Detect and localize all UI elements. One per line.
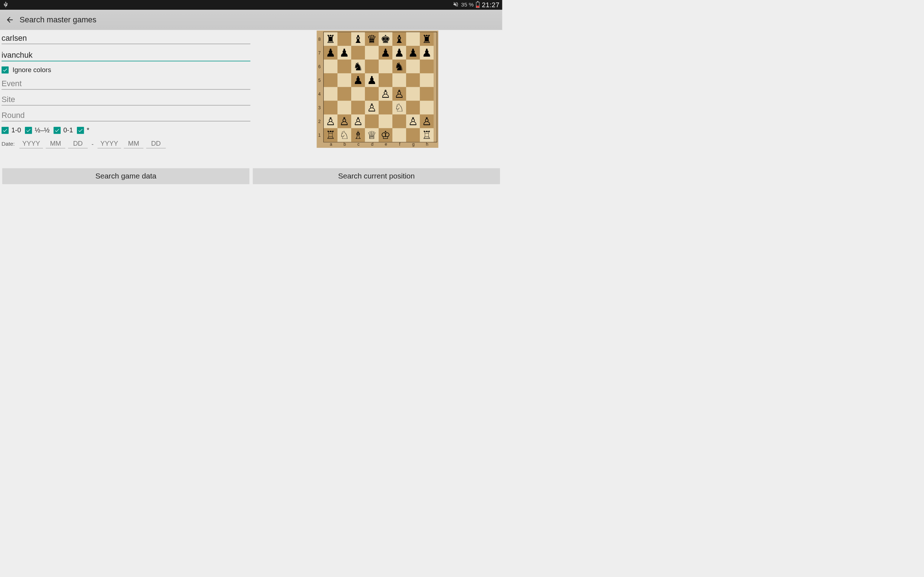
square-g8[interactable] [406,32,420,46]
square-g6[interactable] [406,60,420,73]
square-c8[interactable]: ♝ [351,32,365,46]
piece-bp: ♟ [339,47,349,58]
square-a6[interactable] [324,60,338,73]
square-e7[interactable]: ♟ [379,46,393,60]
date-to-year[interactable] [97,140,121,148]
square-a3[interactable] [324,101,338,114]
square-h4[interactable] [420,87,433,101]
date-range-row: Date: - [2,140,251,148]
date-from-month[interactable] [46,140,65,148]
piece-wp: ♙ [422,116,432,127]
square-b4[interactable] [338,87,351,101]
square-f2[interactable] [393,114,406,128]
square-d2[interactable] [365,114,379,128]
piece-bb: ♝ [353,34,363,44]
square-a7[interactable]: ♟ [324,46,338,60]
back-button[interactable] [4,14,16,26]
square-h6[interactable] [420,60,433,73]
square-d4[interactable] [365,87,379,101]
white-player-input[interactable] [2,32,250,44]
square-c4[interactable] [351,87,365,101]
square-e1[interactable]: ♔ [379,128,393,142]
date-from-year[interactable] [19,140,43,148]
date-from-day[interactable] [68,140,88,148]
square-g5[interactable] [406,73,420,87]
date-label: Date: [2,141,15,147]
square-e2[interactable] [379,114,393,128]
rank-label-3: 3 [318,101,321,115]
square-c2[interactable]: ♙ [351,114,365,128]
square-b2[interactable]: ♙ [338,114,351,128]
square-h1[interactable]: ♖ [420,128,433,142]
square-d5[interactable]: ♟ [365,73,379,87]
chess-board[interactable]: 87654321 ♜♝♛♚♝♜♟♟♟♟♟♟♞♞♟♟♙♙♙♘♙♙♙♙♙♖♘♗♕♔♖… [317,31,438,148]
square-a5[interactable] [324,73,338,87]
square-c6[interactable]: ♞ [351,60,365,73]
square-b8[interactable] [338,32,351,46]
square-e8[interactable]: ♚ [379,32,393,46]
square-e6[interactable] [379,60,393,73]
square-g1[interactable] [406,128,420,142]
square-a4[interactable] [324,87,338,101]
square-b1[interactable]: ♘ [338,128,351,142]
square-d7[interactable] [365,46,379,60]
square-e4[interactable]: ♙ [379,87,393,101]
square-c1[interactable]: ♗ [351,128,365,142]
piece-bp: ♟ [422,47,432,58]
app-bar: Search master games [0,10,502,29]
date-dash: - [92,141,94,147]
date-to-month[interactable] [124,140,143,148]
square-a2[interactable]: ♙ [324,114,338,128]
square-b5[interactable] [338,73,351,87]
result-draw-checkbox[interactable] [25,127,32,134]
file-label-h: h [420,142,434,147]
square-d1[interactable]: ♕ [365,128,379,142]
square-h2[interactable]: ♙ [420,114,433,128]
ignore-colors-checkbox[interactable] [2,66,9,74]
result-draw-label: ½–½ [35,127,50,134]
square-c7[interactable] [351,46,365,60]
result-0-1-checkbox[interactable] [53,127,61,134]
square-c3[interactable] [351,101,365,114]
android-status-bar: 35 % 21:27 [0,0,502,10]
square-g3[interactable] [406,101,420,114]
piece-wp: ♙ [367,102,376,113]
square-c5[interactable]: ♟ [351,73,365,87]
square-e5[interactable] [379,73,393,87]
square-f3[interactable]: ♘ [393,101,406,114]
square-a1[interactable]: ♖ [324,128,338,142]
square-f8[interactable]: ♝ [393,32,406,46]
square-d3[interactable]: ♙ [365,101,379,114]
square-e3[interactable] [379,101,393,114]
square-h7[interactable]: ♟ [420,46,433,60]
square-h3[interactable] [420,101,433,114]
square-b7[interactable]: ♟ [338,46,351,60]
result-1-0-checkbox[interactable] [2,127,9,134]
square-d6[interactable] [365,60,379,73]
square-a8[interactable]: ♜ [324,32,338,46]
square-h8[interactable]: ♜ [420,32,433,46]
square-f4[interactable]: ♙ [393,87,406,101]
piece-br: ♜ [422,34,432,44]
square-g7[interactable]: ♟ [406,46,420,60]
round-input[interactable] [2,109,250,121]
square-g2[interactable]: ♙ [406,114,420,128]
search-current-position-button[interactable]: Search current position [253,168,500,184]
square-b6[interactable] [338,60,351,73]
square-f6[interactable]: ♞ [393,60,406,73]
square-h5[interactable] [420,73,433,87]
result-filters: 1-0 ½–½ 0-1 * [2,127,251,134]
black-player-input[interactable] [2,49,250,61]
square-f7[interactable]: ♟ [393,46,406,60]
square-g4[interactable] [406,87,420,101]
square-f1[interactable] [393,128,406,142]
result-star-checkbox[interactable] [77,127,84,134]
event-input[interactable] [2,77,250,89]
rank-label-6: 6 [318,60,321,74]
search-game-data-button[interactable]: Search game data [3,168,249,184]
date-to-day[interactable] [146,140,166,148]
site-input[interactable] [2,93,250,105]
square-b3[interactable] [338,101,351,114]
square-d8[interactable]: ♛ [365,32,379,46]
square-f5[interactable] [393,73,406,87]
